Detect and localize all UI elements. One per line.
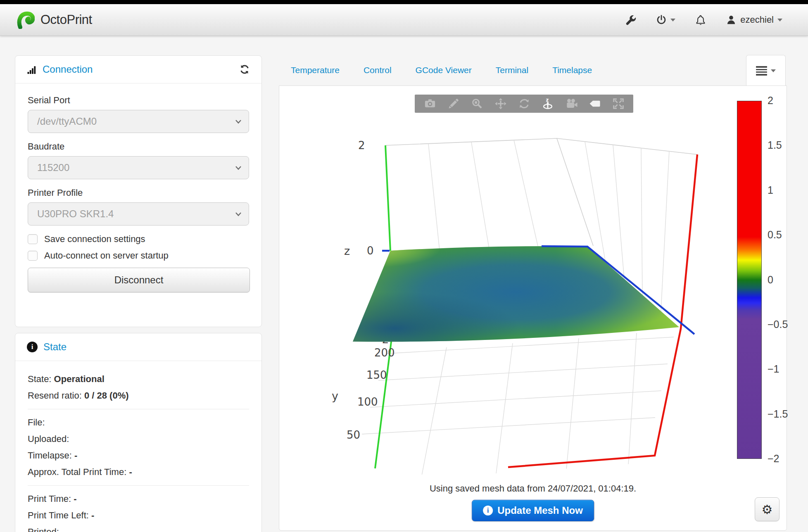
tab-timelapse[interactable]: Timelapse — [552, 65, 592, 75]
colorbar-tick: 0.5 — [768, 229, 782, 241]
zoom-icon[interactable] — [471, 97, 483, 110]
serial-port-label: Serial Port — [28, 95, 249, 106]
octoprint-logo-icon — [17, 11, 35, 29]
update-mesh-button[interactable]: i Update Mesh Now — [472, 500, 594, 521]
hamburger-icon — [756, 66, 767, 76]
colorbar-tick: −2 — [768, 453, 779, 465]
tab-control[interactable]: Control — [364, 65, 392, 75]
save-settings-label: Save connection settings — [44, 234, 145, 245]
colorbar: 2 1.5 1 0.5 0 −0.5 −1 −1.5 −2 — [737, 101, 803, 459]
state-row: Resend ratio: 0 / 28 (0%) — [28, 387, 249, 404]
pan-icon[interactable] — [494, 97, 507, 110]
connection-panel-header[interactable]: Connection — [15, 56, 261, 83]
y-axis-title: y — [332, 390, 338, 402]
state-row: State: Operational — [28, 371, 249, 387]
state-panel-body: State: Operational Resend ratio: 0 / 28 … — [15, 361, 261, 532]
turntable-rotation-icon[interactable]: z — [542, 97, 554, 110]
orbit-rotation-icon[interactable] — [518, 97, 530, 110]
username: ezechiel — [740, 14, 774, 25]
serial-port-select[interactable]: /dev/ttyACM0 — [28, 110, 249, 133]
hover-labels-icon[interactable] — [589, 97, 601, 110]
colorbar-tick: 1.5 — [768, 139, 782, 151]
system-power-menu[interactable] — [656, 14, 675, 25]
notifications-button[interactable] — [695, 14, 706, 26]
colorbar-tick: −1 — [768, 363, 779, 375]
connection-panel: Connection Serial Port /dev/ttyACM0 Baud… — [15, 55, 262, 327]
y-tick: 200 — [374, 347, 395, 359]
connection-panel-title: Connection — [43, 64, 93, 75]
plot-modebar: z — [415, 95, 633, 113]
tab-bar: Temperature Control GCode Viewer Termina… — [279, 55, 787, 86]
autoconnect-row: Auto-connect on server startup — [28, 250, 249, 261]
signal-bars-icon — [27, 65, 37, 74]
user-icon — [726, 14, 737, 25]
state-panel: i State State: Operational Resend ratio:… — [15, 333, 262, 532]
save-settings-checkbox[interactable] — [28, 234, 38, 244]
settings-wrench-button[interactable] — [625, 14, 636, 26]
connection-panel-body: Serial Port /dev/ttyACM0 Baudrate 115200… — [15, 83, 261, 302]
chevron-down-icon — [235, 119, 242, 124]
bell-icon — [695, 14, 706, 26]
state-panel-title: State — [43, 341, 67, 353]
baudrate-label: Baudrate — [28, 141, 249, 152]
state-row: Timelapse: - — [28, 447, 249, 464]
navbar: OctoPrint — [0, 4, 808, 36]
tab-terminal[interactable]: Terminal — [496, 65, 528, 75]
camera-snapshot-icon[interactable] — [424, 97, 436, 110]
reset-camera-icon[interactable] — [565, 97, 577, 110]
mesh-surface — [353, 246, 679, 342]
colorbar-tick: −0.5 — [768, 318, 788, 330]
plugin-settings-button[interactable]: ⚙ — [755, 497, 779, 521]
state-row: File: — [28, 414, 249, 431]
serial-port-value: /dev/ttyACM0 — [37, 116, 97, 127]
tab-bed-visualizer-active[interactable] — [746, 55, 786, 86]
printer-profile-select[interactable]: U30PRO SKR1.4 — [28, 202, 249, 226]
z-axis-title: z — [344, 245, 350, 257]
state-panel-header[interactable]: i State — [15, 333, 261, 361]
power-icon — [656, 14, 667, 25]
colorbar-tick: 0 — [768, 274, 773, 286]
colorbar-gradient — [737, 101, 762, 459]
refresh-icon[interactable] — [239, 64, 250, 75]
bed-visualizer-content: z — [279, 86, 787, 531]
octoprint-app: OctoPrint — [0, 0, 808, 532]
update-mesh-button-label: Update Mesh Now — [497, 505, 583, 516]
user-menu[interactable]: ezechiel — [726, 14, 782, 25]
disconnect-button[interactable]: Disconnect — [28, 268, 250, 292]
plot-box-edges — [385, 138, 697, 246]
info-icon: i — [27, 342, 38, 352]
brand-title: OctoPrint — [40, 12, 92, 27]
y-tick: 100 — [357, 396, 378, 408]
caret-down-icon — [777, 19, 782, 21]
y-tick: 150 — [366, 369, 387, 381]
svg-text:z: z — [546, 97, 549, 103]
colorbar-tick: 2 — [768, 95, 773, 107]
state-row: Approx. Total Print Time: - — [28, 464, 249, 480]
state-row: Print Time: - — [28, 491, 249, 507]
state-row: Printed: - — [28, 524, 249, 532]
printer-profile-label: Printer Profile — [28, 188, 249, 198]
z-axis-line — [385, 145, 390, 251]
chevron-down-icon — [235, 211, 242, 216]
plot-floor-grid — [362, 333, 674, 475]
state-row: Print Time Left: - — [28, 507, 249, 524]
fullscreen-icon[interactable] — [612, 97, 625, 110]
tab-temperature[interactable]: Temperature — [291, 65, 340, 75]
tab-gcode-viewer[interactable]: GCode Viewer — [416, 65, 472, 75]
chevron-down-icon — [235, 165, 242, 170]
printer-profile-value: U30PRO SKR1.4 — [37, 208, 114, 220]
bed-mesh-3d-plot[interactable]: −2 2 0 200 150 100 50 — [281, 112, 744, 484]
autoconnect-label: Auto-connect on server startup — [44, 250, 169, 261]
save-settings-row: Save connection settings — [28, 234, 249, 245]
baudrate-select[interactable]: 115200 — [28, 156, 249, 179]
colorbar-tick: −1.5 — [768, 408, 788, 420]
autoconnect-checkbox[interactable] — [28, 251, 38, 261]
z-tick: 2 — [358, 139, 365, 152]
y-tick: 50 — [347, 429, 360, 441]
baudrate-value: 115200 — [37, 162, 69, 173]
caret-down-icon — [670, 19, 675, 21]
info-icon: i — [483, 506, 493, 515]
top-black-strip — [0, 0, 808, 4]
edit-pencil-icon[interactable] — [447, 97, 460, 110]
brand: OctoPrint — [17, 11, 92, 29]
